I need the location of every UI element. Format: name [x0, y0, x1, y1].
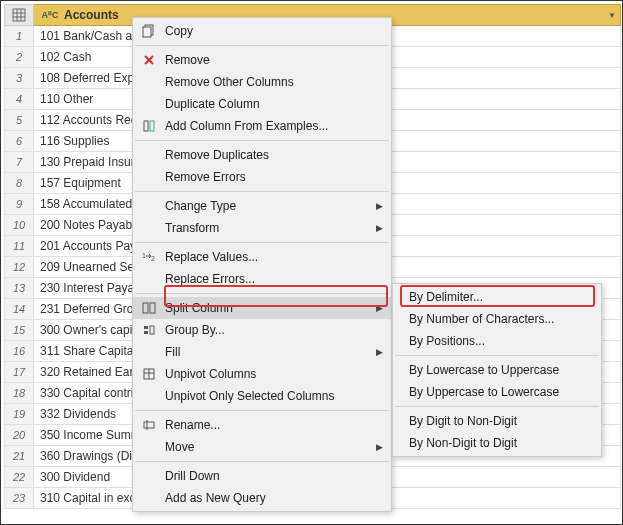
- menu-unpivot-selected[interactable]: Unpivot Only Selected Columns: [133, 385, 391, 407]
- row-number[interactable]: 1: [4, 26, 34, 47]
- split-icon: [137, 297, 161, 319]
- menu-label: Split Column: [165, 301, 371, 315]
- blank-icon: [137, 217, 161, 239]
- menu-unpivot[interactable]: Unpivot Columns: [133, 363, 391, 385]
- column-name: Accounts: [64, 8, 119, 22]
- menu-label: By Digit to Non-Digit: [409, 414, 581, 428]
- svg-rect-6: [143, 27, 151, 37]
- svg-rect-14: [150, 303, 155, 313]
- row-number[interactable]: 12: [4, 257, 34, 278]
- submenu-arrow-icon: ▶: [376, 347, 383, 357]
- menu-label: Group By...: [165, 323, 371, 337]
- menu-label: Remove Errors: [165, 170, 371, 184]
- row-number[interactable]: 5: [4, 110, 34, 131]
- menu-copy[interactable]: Copy: [133, 20, 391, 42]
- menu-change-type[interactable]: Change Type ▶: [133, 195, 391, 217]
- row-number[interactable]: 16: [4, 341, 34, 362]
- menu-up-to-low[interactable]: By Uppercase to Lowercase: [393, 381, 601, 403]
- menu-label: By Lowercase to Uppercase: [409, 363, 581, 377]
- row-number[interactable]: 20: [4, 425, 34, 446]
- row-number[interactable]: 21: [4, 446, 34, 467]
- menu-by-delimiter[interactable]: By Delimiter...: [393, 286, 601, 308]
- menu-separator: [135, 45, 389, 46]
- blank-icon: [137, 385, 161, 407]
- blank-icon: [137, 268, 161, 290]
- menu-rename[interactable]: Rename...: [133, 414, 391, 436]
- text-type-icon: AᴮC: [40, 7, 60, 23]
- menu-remove[interactable]: Remove: [133, 49, 391, 71]
- menu-label: Duplicate Column: [165, 97, 371, 111]
- menu-label: Replace Errors...: [165, 272, 371, 286]
- submenu-split-column: By Delimiter... By Number of Characters.…: [392, 283, 602, 457]
- context-menu-column: Copy Remove Remove Other Columns Duplica…: [132, 17, 392, 512]
- row-number[interactable]: 23: [4, 488, 34, 509]
- menu-remove-other[interactable]: Remove Other Columns: [133, 71, 391, 93]
- menu-separator: [135, 410, 389, 411]
- menu-separator: [135, 191, 389, 192]
- svg-rect-15: [144, 326, 148, 329]
- add-column-icon: [137, 115, 161, 137]
- row-number[interactable]: 18: [4, 383, 34, 404]
- menu-separator: [395, 406, 599, 407]
- row-number[interactable]: 19: [4, 404, 34, 425]
- menu-label: By Positions...: [409, 334, 581, 348]
- menu-separator: [135, 461, 389, 462]
- menu-move[interactable]: Move ▶: [133, 436, 391, 458]
- menu-transform[interactable]: Transform ▶: [133, 217, 391, 239]
- menu-remove-duplicates[interactable]: Remove Duplicates: [133, 144, 391, 166]
- menu-label: Add Column From Examples...: [165, 119, 371, 133]
- row-number[interactable]: 9: [4, 194, 34, 215]
- row-number[interactable]: 6: [4, 131, 34, 152]
- row-number[interactable]: 15: [4, 320, 34, 341]
- blank-icon: [137, 166, 161, 188]
- menu-label: Unpivot Columns: [165, 367, 371, 381]
- row-number[interactable]: 2: [4, 47, 34, 68]
- menu-split-column[interactable]: Split Column ▶: [133, 297, 391, 319]
- menu-label: By Number of Characters...: [409, 312, 581, 326]
- menu-by-num-chars[interactable]: By Number of Characters...: [393, 308, 601, 330]
- svg-rect-17: [150, 326, 154, 334]
- menu-fill[interactable]: Fill ▶: [133, 341, 391, 363]
- menu-drill-down[interactable]: Drill Down: [133, 465, 391, 487]
- row-number[interactable]: 17: [4, 362, 34, 383]
- row-number[interactable]: 7: [4, 152, 34, 173]
- row-number[interactable]: 4: [4, 89, 34, 110]
- svg-rect-9: [144, 121, 148, 131]
- menu-separator: [135, 293, 389, 294]
- svg-rect-21: [144, 422, 154, 428]
- row-number[interactable]: 22: [4, 467, 34, 488]
- rename-icon: [137, 414, 161, 436]
- menu-non-to-digit[interactable]: By Non-Digit to Digit: [393, 432, 601, 454]
- menu-digit-to-non[interactable]: By Digit to Non-Digit: [393, 410, 601, 432]
- menu-label: Unpivot Only Selected Columns: [165, 389, 371, 403]
- blank-icon: [137, 436, 161, 458]
- row-number[interactable]: 11: [4, 236, 34, 257]
- menu-by-positions[interactable]: By Positions...: [393, 330, 601, 352]
- menu-replace-errors[interactable]: Replace Errors...: [133, 268, 391, 290]
- row-number[interactable]: 13: [4, 278, 34, 299]
- svg-rect-0: [13, 9, 25, 21]
- menu-label: Transform: [165, 221, 371, 235]
- menu-duplicate[interactable]: Duplicate Column: [133, 93, 391, 115]
- menu-label: Remove Other Columns: [165, 75, 371, 89]
- row-number[interactable]: 10: [4, 215, 34, 236]
- menu-replace-values[interactable]: 12 Replace Values...: [133, 246, 391, 268]
- menu-add-from-examples[interactable]: Add Column From Examples...: [133, 115, 391, 137]
- menu-label: Remove: [165, 53, 371, 67]
- blank-icon: [137, 465, 161, 487]
- menu-separator: [135, 140, 389, 141]
- menu-label: Rename...: [165, 418, 371, 432]
- blank-icon: [137, 341, 161, 363]
- row-number[interactable]: 8: [4, 173, 34, 194]
- menu-label: By Non-Digit to Digit: [409, 436, 581, 450]
- row-number[interactable]: 14: [4, 299, 34, 320]
- menu-add-as-query[interactable]: Add as New Query: [133, 487, 391, 509]
- chevron-down-icon[interactable]: ▼: [608, 11, 616, 20]
- menu-remove-errors[interactable]: Remove Errors: [133, 166, 391, 188]
- menu-low-to-up[interactable]: By Lowercase to Uppercase: [393, 359, 601, 381]
- table-icon: [12, 8, 26, 22]
- select-all-corner[interactable]: [4, 4, 34, 26]
- menu-label: Replace Values...: [165, 250, 371, 264]
- menu-group-by[interactable]: Group By...: [133, 319, 391, 341]
- row-number[interactable]: 3: [4, 68, 34, 89]
